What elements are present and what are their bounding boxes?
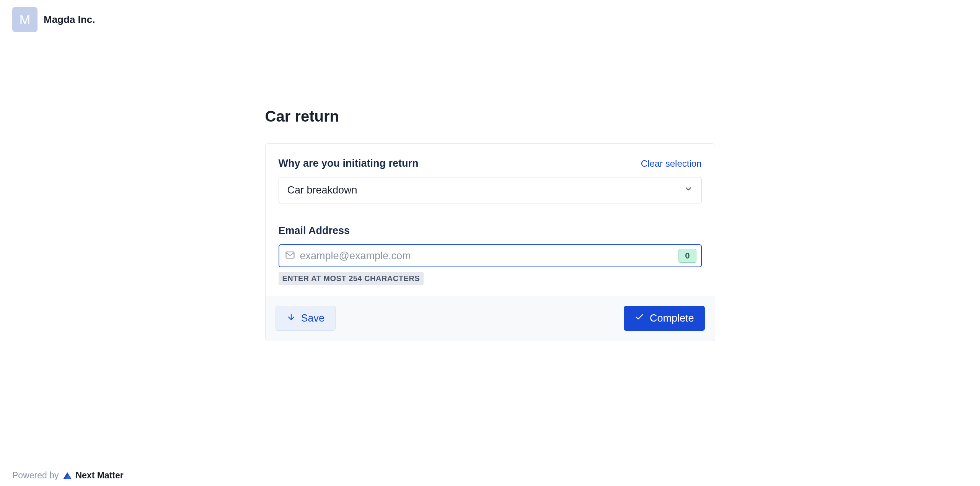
form-container: Car return Why are you initiating return… xyxy=(265,108,715,341)
arrow-down-icon xyxy=(287,312,296,324)
company-logo-badge: M xyxy=(12,7,38,32)
form-card: Why are you initiating return Clear sele… xyxy=(265,143,715,341)
char-count-badge: 0 xyxy=(678,249,696,263)
card-footer: Save Complete xyxy=(266,296,715,341)
powered-by-label: Powered by xyxy=(12,470,59,481)
complete-button[interactable]: Complete xyxy=(624,306,705,331)
brand-link[interactable]: Next Matter xyxy=(62,470,123,481)
header: M Magda Inc. xyxy=(0,0,980,39)
check-icon xyxy=(634,312,644,325)
company-name: Magda Inc. xyxy=(44,14,95,26)
field-header: Email Address xyxy=(279,225,702,237)
save-label: Save xyxy=(301,312,325,324)
email-input[interactable] xyxy=(300,250,674,262)
reason-selected-value: Car breakdown xyxy=(287,184,684,196)
email-label: Email Address xyxy=(279,225,350,237)
email-control: 0 xyxy=(279,244,702,267)
field-email: Email Address 0 ENTER AT MOST 254 CHARAC… xyxy=(279,225,702,285)
chevron-down-icon xyxy=(684,184,693,196)
reason-select[interactable]: Car breakdown xyxy=(279,177,702,203)
footer: Powered by Next Matter xyxy=(0,465,136,486)
save-button[interactable]: Save xyxy=(276,306,336,331)
reason-label: Why are you initiating return xyxy=(279,158,419,169)
page-title: Car return xyxy=(265,108,715,125)
field-header: Why are you initiating return Clear sele… xyxy=(279,158,702,169)
field-reason: Why are you initiating return Clear sele… xyxy=(279,158,702,203)
page-wrapper: Car return Why are you initiating return… xyxy=(0,108,980,341)
email-helper-text: ENTER AT MOST 254 CHARACTERS xyxy=(279,272,424,285)
logo-letter: M xyxy=(20,12,30,27)
mail-icon xyxy=(285,250,295,262)
brand-logo-icon xyxy=(62,471,72,480)
complete-label: Complete xyxy=(650,312,694,324)
card-body: Why are you initiating return Clear sele… xyxy=(266,144,715,296)
clear-selection-link[interactable]: Clear selection xyxy=(641,158,702,169)
brand-name: Next Matter xyxy=(75,470,123,481)
